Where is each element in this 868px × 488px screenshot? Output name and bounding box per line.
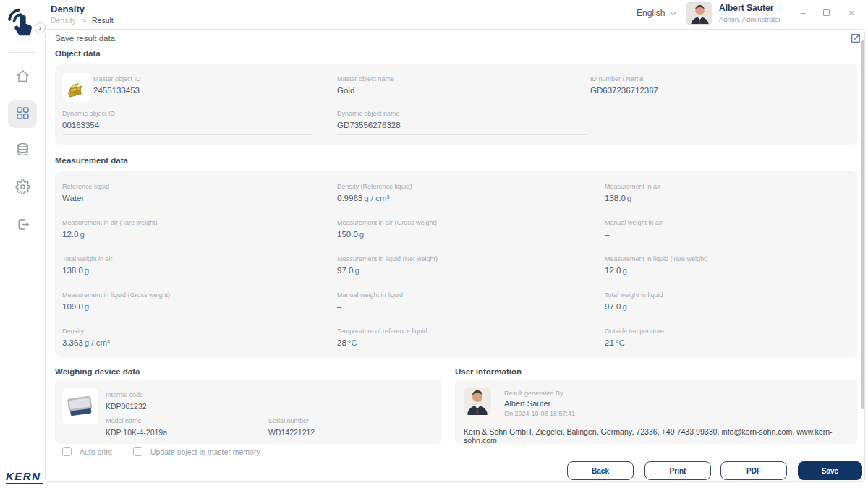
user-name: Albert Sauter <box>719 3 781 13</box>
weighing-device-card: Internal code KDP001232 Model name KDP 1… <box>55 380 442 444</box>
field-master-object-id: Master object ID 2455133453 <box>93 75 141 95</box>
kern-logo: KERN <box>6 470 43 484</box>
app-logo-tap-icon <box>6 4 38 40</box>
measurement-data-card: Reference liquidWater Density (Reference… <box>55 171 858 358</box>
sidebar-item-home[interactable] <box>8 64 37 91</box>
field-internal-code: Internal code KDP001232 <box>106 391 147 411</box>
field-temperature-reference-liquid: Temperature of reference liquid28°C <box>337 328 605 349</box>
logout-icon <box>15 217 30 235</box>
scale-device-image <box>62 388 98 424</box>
database-icon <box>15 142 30 160</box>
sidebar-item-settings[interactable] <box>8 174 37 202</box>
auto-print-label: Auto print <box>80 448 112 456</box>
maximize-button[interactable] <box>823 9 830 16</box>
field-measurement-in-air-tare: Measurement in air (Tare weight)12.0g <box>62 219 337 241</box>
language-dropdown[interactable]: English <box>637 8 676 18</box>
field-total-weight-in-liquid: Total weight in liquid97.0g <box>605 291 851 313</box>
generated-by-name: Albert Sauter <box>504 399 550 408</box>
field-dynamic-object-id[interactable]: Dynamic object ID 00163354 <box>62 110 312 135</box>
breadcrumb-separator: > <box>82 16 86 25</box>
field-dynamic-object-name[interactable]: Dynamic object name GD73556276328 <box>337 110 587 135</box>
field-measurement-in-air-gross: Measurement in air (Gross weight)150.0g <box>337 219 605 241</box>
field-reference-liquid: Reference liquidWater <box>62 183 337 205</box>
header: Density Density > Result English Albert … <box>45 0 868 29</box>
gold-object-icon <box>62 73 91 102</box>
print-button[interactable]: Print <box>644 461 711 480</box>
user-information-title: User information <box>455 367 522 376</box>
checkbox-icon <box>62 447 72 456</box>
field-id-number-name: ID number / Name GD637236712367 <box>590 75 658 95</box>
field-measurement-in-liquid-tare: Measurement in liquid (Tare weight)12.0g <box>605 255 851 277</box>
field-model-name: Model name KDP 10K-4-2019a <box>106 417 167 437</box>
pdf-button[interactable]: PDF <box>720 461 787 480</box>
user-information-card: Result generated By Albert Sauter On 202… <box>455 380 858 444</box>
page-title: Density <box>51 4 85 14</box>
sidebar-divider <box>9 52 35 53</box>
options-row: Auto print Update object in master memor… <box>62 447 260 456</box>
vertical-scrollbar[interactable] <box>861 40 864 409</box>
field-measurement-in-liquid-gross: Measurement in liquid (Gross weight)109.… <box>62 291 337 313</box>
measurement-data-title: Measurement data <box>55 156 128 165</box>
header-user-info: Albert Sauter Admin, Adminstrator <box>719 3 781 23</box>
sidebar-item-database[interactable] <box>8 137 37 164</box>
result-user-avatar <box>464 388 491 415</box>
generated-by-label: Result generated By <box>504 390 563 397</box>
object-data-title: Object data <box>55 49 101 58</box>
breadcrumb-current: Result <box>92 16 114 25</box>
generated-on-date: On 2024-10-08 18:57:41 <box>504 410 575 417</box>
update-object-label: Update object in master memory <box>150 448 260 456</box>
save-button[interactable]: Save <box>798 461 862 480</box>
sidebar-item-logout[interactable] <box>8 212 37 239</box>
breadcrumb-parent[interactable]: Density <box>51 16 76 25</box>
language-label: English <box>637 8 665 18</box>
user-role: Admin, Adminstrator <box>719 15 781 23</box>
expand-fullscreen-icon[interactable] <box>850 33 861 44</box>
auto-print-checkbox[interactable]: Auto print <box>62 447 112 456</box>
field-density-reference-liquid: Density (Reference liquid)0.9963g / cm³ <box>337 183 605 205</box>
gear-icon <box>15 179 30 197</box>
field-density: Density3.363g / cm³ <box>62 328 337 349</box>
field-manual-weight-in-air: Manual weight in air– <box>605 219 851 241</box>
weighing-device-title: Weighing device data <box>55 367 140 376</box>
home-icon <box>15 69 30 87</box>
header-avatar[interactable] <box>686 2 712 25</box>
field-total-weight-in-air: Total weight in air138.0g <box>62 255 337 277</box>
breadcrumb: Density > Result <box>51 16 114 25</box>
sidebar-item-apps[interactable] <box>8 100 37 128</box>
field-master-object-name: Master object name Gold <box>337 75 394 95</box>
grid-icon <box>15 106 30 124</box>
object-data-card: Master object ID 2455133453 Master objec… <box>55 64 858 145</box>
company-contact-line: Kern & Sohn GmbH, Ziegelei, Balingen, Ge… <box>464 427 854 445</box>
checkbox-icon <box>133 447 142 456</box>
field-manual-weight-in-liquid: Manual weight in liquid– <box>337 291 605 313</box>
minimize-button[interactable]: – <box>798 9 808 17</box>
field-serial-number: Serial number WD14221212 <box>268 417 315 437</box>
sidebar-expand-button[interactable]: › <box>35 22 46 33</box>
back-button[interactable]: Back <box>567 461 634 480</box>
field-outside-temperature: Outside temperature21°C <box>605 328 851 349</box>
sidebar: › <box>0 0 45 488</box>
field-measurement-in-air: Measurement in air138.0g <box>605 183 851 205</box>
update-object-checkbox[interactable]: Update object in master memory <box>133 447 260 456</box>
main-panel: Save result data Object data Master obje… <box>45 29 865 482</box>
panel-title: Save result data <box>55 34 115 43</box>
field-measurement-in-liquid-net: Measurement in liquid (Net weight)97.0g <box>337 255 605 277</box>
chevron-down-icon <box>670 9 677 16</box>
close-button[interactable]: × <box>846 9 856 17</box>
